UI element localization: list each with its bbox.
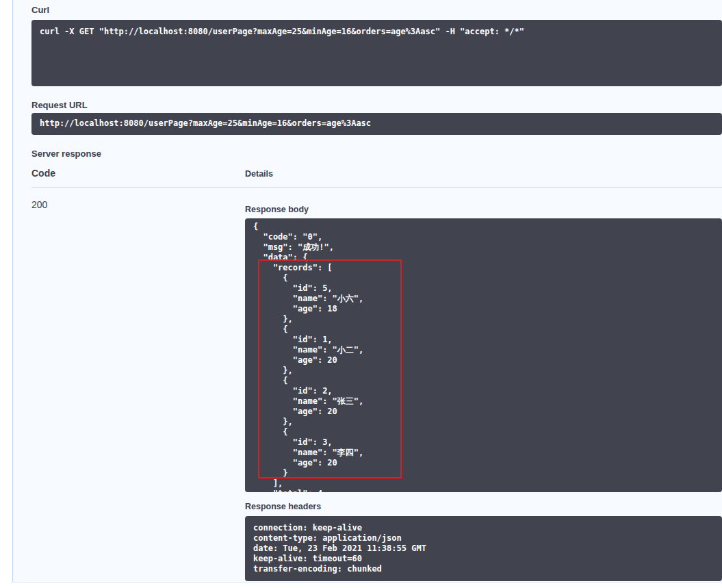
details-column-header: Details: [245, 168, 722, 179]
response-table-header: Code Details: [31, 159, 722, 188]
response-body-label: Response body: [245, 205, 722, 215]
status-code: 200: [31, 188, 245, 581]
swagger-get-opblock-body: Curl curl -X GET "http://localhost:8080/…: [12, 0, 722, 583]
response-body-json: { "code": "0", "msg": "成功!", "data": { "…: [253, 222, 714, 492]
request-url-text: http://localhost:8080/userPage?maxAge=25…: [40, 118, 714, 129]
curl-command-block[interactable]: curl -X GET "http://localhost:8080/userP…: [31, 20, 722, 86]
code-column-header: Code: [31, 168, 245, 179]
request-url-block: http://localhost:8080/userPage?maxAge=25…: [31, 113, 722, 135]
server-response-table: Code Details 200 Response body { "code":…: [31, 159, 722, 581]
response-headers-label: Response headers: [245, 502, 722, 512]
response-details-cell: Response body { "code": "0", "msg": "成功!…: [245, 188, 722, 581]
request-url-label: Request URL: [31, 100, 722, 110]
response-body-block[interactable]: { "code": "0", "msg": "成功!", "data": { "…: [245, 218, 722, 492]
curl-command-text: curl -X GET "http://localhost:8080/userP…: [40, 27, 714, 37]
curl-label: Curl: [31, 0, 722, 15]
response-headers-text: connection: keep-alive content-type: app…: [253, 523, 714, 574]
server-response-title: Server response: [31, 149, 722, 159]
response-headers-block: connection: keep-alive content-type: app…: [245, 516, 722, 581]
response-table-row: 200 Response body { "code": "0", "msg": …: [31, 188, 722, 581]
